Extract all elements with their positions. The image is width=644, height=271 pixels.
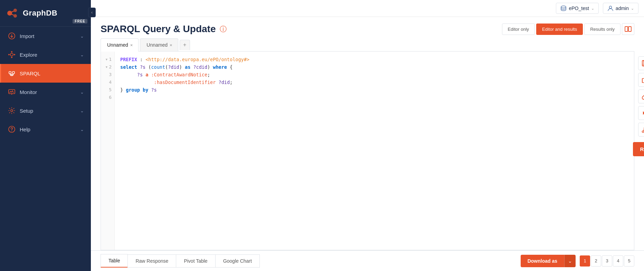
download-button[interactable]: Download as — [521, 255, 564, 267]
save-button[interactable] — [638, 56, 644, 70]
tab1-close-icon[interactable]: × — [130, 43, 133, 48]
db-selector[interactable]: ePO_test ⌄ — [556, 3, 598, 14]
line-num-5: 5 — [109, 86, 112, 94]
help-chevron: ⌄ — [80, 127, 84, 132]
help-icon — [8, 125, 16, 133]
line-num-3: 3 — [109, 71, 112, 78]
sidebar-item-setup[interactable]: Setup ⌄ — [0, 101, 91, 120]
result-tabs: Table Raw Response Pivot Table Google Ch… — [101, 254, 259, 268]
help-label: Help — [20, 127, 30, 132]
line-num-1: ▼1 — [106, 56, 112, 63]
editor-section: Unnamed × Unnamed × + ▼1 ▼2 3 4 5 6 — [91, 38, 644, 250]
add-tab-button[interactable]: + — [180, 40, 190, 50]
code-content[interactable]: PREFIX : <http://data.europa.eu/ePO/onto… — [115, 52, 634, 250]
split-icon — [624, 25, 632, 33]
sparql-icon — [8, 69, 16, 77]
svg-point-32 — [642, 131, 644, 133]
editor-tab-1[interactable]: Unnamed × — [101, 38, 139, 52]
setup-label: Setup — [20, 108, 33, 114]
tab1-label: Unnamed — [107, 42, 128, 48]
import-chevron: ⌄ — [80, 34, 84, 39]
page-3-button[interactable]: 3 — [602, 255, 612, 267]
sidebar-item-explore[interactable]: Explore ⌄ — [0, 45, 91, 64]
monitor-chevron: ⌄ — [80, 90, 84, 95]
bottom-right-controls: Download as ⌄ 1 2 3 4 5 — [521, 255, 634, 267]
editor-tab-2[interactable]: Unnamed × — [140, 38, 178, 51]
link-button[interactable] — [638, 90, 644, 103]
svg-point-8 — [11, 57, 12, 58]
editor-only-button[interactable]: Editor only — [502, 24, 535, 35]
svg-point-9 — [8, 54, 10, 55]
monitor-icon — [8, 88, 16, 96]
sidebar: GraphDB FREE ‹ Import ⌄ — [0, 0, 91, 271]
line-num-4: 4 — [109, 78, 112, 86]
page-1-button[interactable]: 1 — [580, 255, 590, 267]
user-chevron-icon: ⌄ — [631, 6, 634, 11]
db-icon — [560, 5, 567, 11]
results-only-button[interactable]: Results only — [584, 24, 621, 35]
svg-rect-26 — [625, 27, 628, 31]
page-2-button[interactable]: 2 — [591, 255, 601, 267]
open-folder-icon — [641, 76, 644, 84]
svg-rect-12 — [12, 72, 15, 74]
editor-tabs: Unnamed × Unnamed × + — [101, 38, 634, 52]
import-icon — [8, 32, 16, 40]
info-icon[interactable]: ⓘ — [220, 25, 227, 34]
svg-point-10 — [14, 54, 15, 55]
topbar: ePO_test ⌄ admin ⌄ — [91, 0, 644, 17]
line-num-6: 6 — [109, 94, 112, 101]
setup-chevron: ⌄ — [80, 108, 84, 113]
sidebar-item-sparql[interactable]: SPARQL — [0, 64, 91, 83]
db-chevron-icon: ⌄ — [591, 6, 594, 11]
download-chevron-button[interactable]: ⌄ — [564, 255, 576, 267]
svg-point-23 — [11, 131, 12, 131]
db-name: ePO_test — [569, 6, 589, 11]
right-toolbar: Run — [636, 52, 644, 161]
share-button[interactable] — [638, 123, 644, 137]
user-selector[interactable]: admin ⌄ — [603, 3, 638, 14]
run-button[interactable]: Run — [633, 142, 644, 156]
run-all-icon — [641, 109, 644, 117]
split-view-icon-button[interactable] — [622, 23, 634, 35]
free-badge: FREE — [73, 19, 87, 24]
page-5-button[interactable]: 5 — [624, 255, 634, 267]
svg-point-21 — [11, 110, 13, 112]
page-header: SPARQL Query & Update ⓘ Editor only Edit… — [91, 17, 644, 38]
page-4-button[interactable]: 4 — [613, 255, 623, 267]
result-tab-raw[interactable]: Raw Response — [127, 254, 176, 268]
run-all-button[interactable] — [638, 106, 644, 120]
save-icon — [641, 59, 644, 67]
sidebar-nav: Import ⌄ Explore ⌄ — [0, 27, 91, 271]
explore-label: Explore — [20, 52, 37, 58]
line-numbers: ▼1 ▼2 3 4 5 6 — [101, 52, 115, 250]
code-editor[interactable]: ▼1 ▼2 3 4 5 6 PREFIX : <http://data.euro… — [101, 52, 634, 250]
share-icon — [641, 126, 644, 133]
svg-rect-11 — [9, 72, 11, 74]
pagination: 1 2 3 4 5 — [580, 255, 634, 267]
sparql-label: SPARQL — [20, 71, 40, 76]
logo-area: GraphDB FREE — [0, 0, 91, 27]
sidebar-item-monitor[interactable]: Monitor ⌄ — [0, 83, 91, 101]
setup-icon — [8, 107, 16, 114]
editor-results-button[interactable]: Editor and results — [536, 24, 583, 35]
tab2-close-icon[interactable]: × — [170, 43, 172, 48]
svg-point-24 — [561, 6, 566, 8]
result-tab-pivot[interactable]: Pivot Table — [176, 254, 215, 268]
tab2-label: Unnamed — [146, 42, 168, 48]
result-tab-table[interactable]: Table — [101, 254, 128, 268]
svg-point-25 — [609, 6, 612, 9]
monitor-label: Monitor — [20, 89, 37, 95]
view-toggle: Editor only Editor and results Results o… — [502, 23, 634, 35]
result-tab-chart[interactable]: Google Chart — [215, 254, 260, 268]
sidebar-item-import[interactable]: Import ⌄ — [0, 27, 91, 45]
sidebar-item-help[interactable]: Help ⌄ — [0, 120, 91, 139]
explore-chevron: ⌄ — [80, 52, 84, 57]
user-icon — [607, 5, 614, 11]
sidebar-collapse-button[interactable]: ‹ — [88, 8, 96, 17]
bottom-tabs: Table Raw Response Pivot Table Google Ch… — [91, 250, 644, 271]
user-name: admin — [616, 6, 629, 11]
logo-text: GraphDB — [23, 9, 57, 18]
open-file-button[interactable] — [638, 73, 644, 87]
graphdb-logo-icon — [6, 6, 19, 20]
svg-point-1 — [13, 9, 17, 12]
